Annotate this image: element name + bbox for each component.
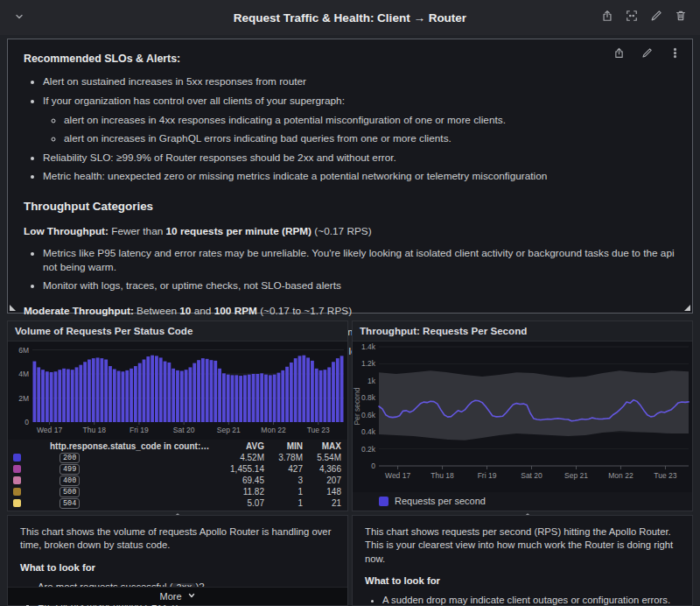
max-value: 4,366 — [303, 464, 341, 474]
svg-text:Thu 18: Thu 18 — [430, 471, 454, 480]
collapse-handle-icon[interactable] — [522, 507, 534, 513]
svg-text:Mon 22: Mon 22 — [261, 426, 286, 434]
status-code-chip[interactable]: 200 — [60, 453, 80, 463]
min-value: 1 — [264, 487, 303, 497]
panel-title[interactable]: Volume of Requests Per Status Code — [8, 321, 347, 342]
svg-text:0.4k: 0.4k — [361, 427, 376, 436]
svg-text:Sat 20: Sat 20 — [521, 471, 542, 480]
svg-text:Wed 17: Wed 17 — [385, 471, 410, 480]
svg-text:0.2k: 0.2k — [361, 445, 376, 454]
series-color-swatch — [379, 497, 388, 506]
paragraph: Low Throughput: Fewer than 10 requests p… — [24, 225, 676, 239]
legend-row[interactable]: 2004.52M3.78M5.54M — [8, 452, 347, 463]
edit-icon — [650, 10, 662, 25]
more-button[interactable]: More — [8, 587, 347, 605]
svg-text:Thu 18: Thu 18 — [83, 426, 107, 434]
list-item: alert on increases in 4xx responses indi… — [64, 114, 676, 128]
share-icon — [601, 10, 613, 25]
throughput-chart-panel: Throughput: Requests Per Second 00.2k0.4… — [352, 321, 693, 511]
list-item: Alert on sustained increases in 5xx resp… — [43, 75, 676, 89]
dashboard-header: Request Traffic & Health: Client → Route… — [0, 0, 700, 35]
volume-chart-panel: Volume of Requests Per Status Code 02M4M… — [7, 321, 348, 511]
max-value: 148 — [303, 487, 341, 497]
share-button[interactable] — [598, 9, 616, 26]
resize-handle[interactable] — [10, 305, 16, 311]
heading: What to look for — [365, 574, 680, 588]
delete-button[interactable] — [672, 9, 690, 26]
svg-text:Wed 17: Wed 17 — [37, 426, 62, 434]
list-item: Reliability SLO: ≥99.9% of Router respon… — [43, 152, 676, 166]
edit-button[interactable] — [648, 9, 665, 26]
svg-text:0.6k: 0.6k — [361, 411, 376, 419]
min-value: 1 — [264, 498, 303, 508]
list-item: Monitor with logs, traces, or uptime che… — [43, 279, 676, 293]
focus-button[interactable] — [623, 9, 640, 26]
paragraph: This chart shows requests per second (RP… — [365, 525, 680, 566]
status-code-bar-chart: 02M4M6MWed 17Thu 18Fri 19Sat 20Sep 21Mon… — [8, 342, 347, 440]
status-code-chip[interactable]: 400 — [60, 476, 80, 486]
legend-row[interactable]: 50011.821148 — [8, 486, 347, 497]
rps-line-chart: 00.2k0.4k0.6k0.8k1k1.2k1.4kWed 17Thu 18F… — [353, 342, 692, 492]
throughput-description-panel: This chart shows requests per second (RP… — [352, 515, 693, 606]
chevron-down-icon — [187, 591, 196, 602]
share-icon — [613, 46, 625, 62]
svg-text:Per second: Per second — [353, 387, 361, 425]
edit-icon — [641, 46, 653, 62]
series-color-swatch — [13, 488, 21, 496]
svg-text:Sep 21: Sep 21 — [217, 426, 241, 434]
svg-text:6M: 6M — [18, 346, 29, 355]
more-label: More — [159, 591, 181, 602]
kebab-icon — [669, 46, 681, 62]
heading: Throughput Categories — [24, 199, 676, 215]
avg-value: 11.82 — [210, 487, 264, 497]
series-color-swatch — [13, 476, 21, 484]
avg-value: 5.07 — [210, 498, 264, 508]
list-item: A sudden drop may indicate client outage… — [382, 594, 680, 606]
legend-table: http.response.status_code in count:http.… — [8, 440, 347, 509]
trash-icon — [675, 10, 687, 25]
svg-text:2M: 2M — [18, 394, 29, 403]
metric-query-label: http.response.status_code in count:http.… — [50, 441, 210, 451]
svg-text:1.4k: 1.4k — [361, 342, 376, 351]
max-value: 21 — [303, 498, 341, 508]
panel-menu-button[interactable] — [666, 46, 683, 63]
description-text: This chart shows requests per second (RP… — [353, 516, 692, 606]
max-value: 5.54M — [303, 453, 341, 462]
collapse-row-button[interactable] — [10, 9, 28, 26]
max-value: 207 — [303, 476, 341, 485]
col-min: MIN — [264, 441, 303, 451]
panel-share-button[interactable] — [610, 46, 627, 63]
min-value: 3 — [264, 476, 303, 485]
status-code-chip[interactable]: 500 — [60, 487, 80, 497]
min-value: 427 — [264, 464, 303, 474]
svg-text:Tue 23: Tue 23 — [654, 471, 676, 480]
min-value: 3.78M — [264, 453, 303, 462]
heading: Recommended SLOs & Alerts: — [24, 52, 676, 66]
svg-text:Fri 19: Fri 19 — [478, 471, 497, 480]
panel-title[interactable]: Throughput: Requests Per Second — [353, 321, 692, 342]
resize-handle[interactable] — [684, 305, 690, 311]
focus-icon — [626, 10, 638, 25]
heading: What to look for — [20, 561, 335, 574]
page-title: Request Traffic & Health: Client → Route… — [0, 11, 700, 25]
paragraph: This chart shows the volume of requests … — [20, 525, 335, 553]
paragraph: Moderate Throughput: Between 10 and 100 … — [24, 305, 676, 319]
status-code-chip[interactable]: 499 — [60, 464, 80, 475]
avg-value: 69.45 — [210, 476, 264, 485]
volume-description-panel: This chart shows the volume of requests … — [7, 515, 348, 606]
series-color-swatch — [13, 465, 21, 473]
avg-value: 1,455.14 — [210, 464, 264, 474]
list-item: Metric health: unexpected zero or missin… — [43, 170, 676, 184]
series-label: Requests per second — [395, 496, 486, 506]
status-code-chip[interactable]: 504 — [60, 498, 80, 509]
svg-text:Fri 19: Fri 19 — [130, 426, 149, 434]
legend-row[interactable]: 40069.453207 — [8, 475, 347, 486]
svg-text:Tue 23: Tue 23 — [307, 426, 330, 434]
series-color-swatch — [13, 499, 21, 507]
panel-edit-button[interactable] — [638, 46, 655, 63]
list-item: alert on increases in GraphQL errors ind… — [64, 132, 676, 146]
svg-text:4M: 4M — [18, 370, 29, 378]
svg-text:0.8k: 0.8k — [361, 393, 376, 402]
collapse-handle-icon[interactable] — [172, 507, 184, 513]
legend-row[interactable]: 4991,455.144274,366 — [8, 463, 347, 475]
